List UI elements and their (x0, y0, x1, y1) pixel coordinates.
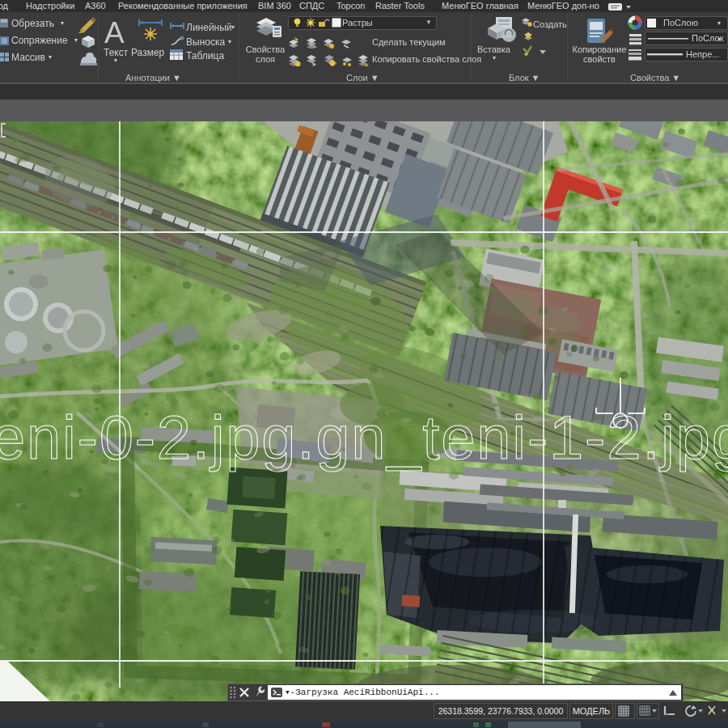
svg-text:teni-0-2.jpg.gn_teni-1-2.jpg: teni-0-2.jpg.gn_teni-1-2.jpg (0, 403, 728, 472)
